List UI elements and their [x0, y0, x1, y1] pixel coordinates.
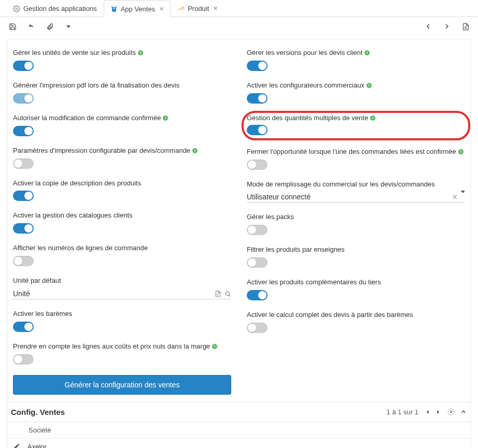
field-parametres-impression: Paramètres d'impression configurable par…	[13, 147, 231, 169]
field-calcul-devis-baremes: Activer le calcul complet des devis à pa…	[247, 311, 465, 333]
table-row[interactable]: Axelor	[8, 439, 470, 448]
tabs-bar: Gestion des applications App Ventes ✕ Pr…	[0, 0, 478, 17]
field-catalogues-clients: Activer la gestion des catalogues client…	[13, 211, 231, 234]
bag-icon	[110, 5, 118, 12]
tab-label: App Ventes	[121, 5, 156, 13]
tab-label: Gestion des applications	[23, 5, 97, 12]
field-numeros-lignes: Afficher les numéros de lignes de comman…	[13, 244, 231, 266]
chart-icon	[177, 5, 185, 12]
toggle[interactable]	[13, 126, 34, 136]
tab-label: Produit	[188, 5, 209, 12]
info-icon[interactable]: i	[370, 115, 375, 121]
toggle[interactable]	[247, 61, 268, 71]
search-icon[interactable]	[224, 291, 231, 297]
section-title: Config. Ventes	[11, 408, 65, 416]
toggle[interactable]	[13, 191, 34, 201]
field-packs: Gérer les packs	[247, 213, 465, 235]
mode-select[interactable]: Utilisateur connecté ✕	[247, 192, 465, 203]
field-unites-vente: Gérer les unités de vente sur les produi…	[13, 49, 231, 71]
attach-icon[interactable]	[46, 22, 54, 31]
table-header: Société	[8, 422, 470, 439]
svg-point-0	[16, 8, 18, 10]
svg-point-5	[226, 292, 230, 296]
row-value: Axelor	[27, 443, 47, 448]
field-copie-description: Activer la copie de description des prod…	[13, 179, 231, 201]
field-configurateurs: Activer les configurateurs commerciauxi	[247, 81, 465, 104]
toggle[interactable]	[247, 323, 268, 333]
undo-icon[interactable]	[27, 22, 35, 31]
chevron-down-icon[interactable]	[461, 193, 465, 201]
toggle[interactable]	[247, 257, 268, 268]
tab-gestion-applications[interactable]: Gestion des applications	[6, 0, 104, 17]
info-icon[interactable]: i	[138, 50, 143, 55]
collapse-icon[interactable]	[460, 408, 467, 415]
field-quantites-multiples: Gestion des quantités multiples de vente…	[247, 114, 463, 135]
unite-input[interactable]: Unité	[13, 288, 231, 299]
field-mode-remplissage: Mode de remplissage du commercial sur le…	[247, 180, 465, 203]
next-icon[interactable]	[443, 22, 451, 31]
field-produits-complementaires: Activer les produits complémentaires du …	[247, 278, 465, 300]
last-page-icon[interactable]	[435, 409, 442, 415]
toggle[interactable]	[247, 160, 268, 170]
toggle[interactable]	[247, 93, 268, 104]
toolbar	[0, 17, 478, 36]
svg-point-7	[450, 411, 452, 413]
toggle[interactable]	[247, 225, 268, 235]
info-icon[interactable]: i	[163, 115, 168, 121]
info-icon[interactable]: i	[458, 149, 463, 154]
field-lignes-couts-nuls: Prendre en compte les lignes aux coûts e…	[13, 342, 231, 365]
close-icon[interactable]: ✕	[159, 6, 164, 12]
field-impression-pdf: Générer l'impression pdf lors de la fina…	[13, 81, 231, 104]
more-dropdown[interactable]	[64, 22, 73, 31]
toggle[interactable]	[13, 223, 34, 234]
toggle[interactable]	[13, 322, 34, 332]
tab-produit[interactable]: Produit ✕	[171, 0, 224, 17]
gear-icon	[13, 5, 20, 12]
section-header: Config. Ventes 1 à 1 sur 1	[8, 402, 470, 422]
info-icon[interactable]: i	[367, 83, 372, 88]
toggle[interactable]	[13, 158, 34, 169]
toggle[interactable]	[13, 61, 34, 71]
toggle[interactable]	[247, 290, 268, 300]
field-filtrer-enseignes: Filtrer les produits par enseignes	[247, 245, 465, 268]
first-page-icon[interactable]	[424, 409, 430, 415]
field-versions-devis: Gérer les versions pour les devis client…	[247, 49, 465, 71]
info-icon[interactable]: i	[192, 148, 198, 153]
pager-text: 1 à 1 sur 1	[387, 408, 418, 416]
left-column: Gérer les unités de vente sur les produi…	[13, 49, 231, 402]
toggle[interactable]	[13, 256, 34, 266]
document-icon[interactable]	[461, 22, 470, 31]
edit-icon[interactable]	[13, 443, 20, 448]
doc-icon[interactable]	[215, 291, 221, 297]
column-header: Société	[29, 426, 51, 434]
toggle[interactable]	[13, 93, 34, 104]
main-panel: Gérer les unités de vente sur les produi…	[7, 39, 471, 448]
svg-line-6	[229, 295, 231, 296]
prev-icon[interactable]	[424, 22, 432, 31]
field-baremes: Activer les barèmes	[13, 310, 231, 332]
save-icon[interactable]	[8, 22, 17, 31]
close-icon[interactable]: ✕	[213, 5, 218, 12]
toggle[interactable]	[247, 125, 268, 135]
field-unite-defaut: Unité par défaut Unité	[13, 277, 231, 299]
field-fermer-opportunite: Fermer l'opportunité lorsque l'une des c…	[247, 148, 465, 170]
highlighted-field: Gestion des quantités multiples de vente…	[242, 111, 470, 140]
tab-app-ventes[interactable]: App Ventes ✕	[104, 0, 171, 17]
right-column: Gérer les versions pour les devis client…	[247, 49, 465, 402]
toggle[interactable]	[13, 354, 34, 365]
generate-config-button[interactable]: Générer la configuration des ventes	[13, 375, 231, 395]
field-modification-commande: Autoriser la modification de commande co…	[13, 114, 231, 136]
clear-icon[interactable]: ✕	[452, 193, 458, 201]
gear-icon[interactable]	[447, 408, 455, 415]
info-icon[interactable]: i	[212, 344, 217, 349]
info-icon[interactable]: i	[364, 50, 370, 55]
